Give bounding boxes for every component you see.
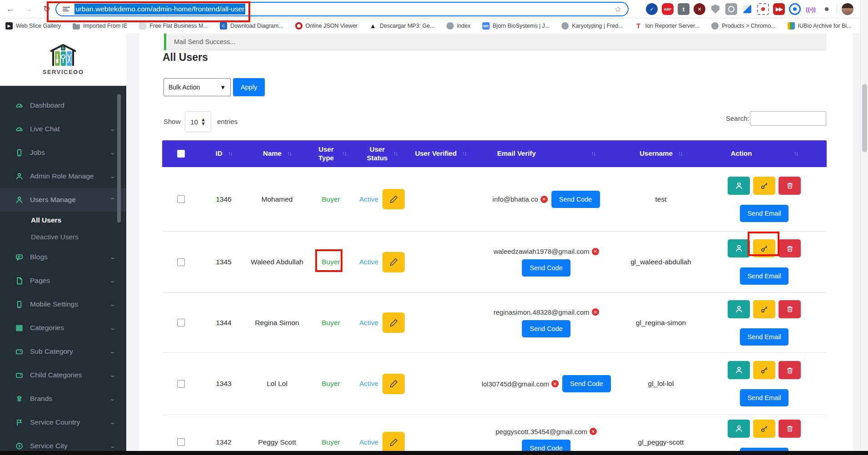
password-key-button[interactable] — [753, 361, 775, 379]
user-profile-button[interactable] — [728, 420, 750, 438]
bookmark-item[interactable]: TIon Reporter Server... — [635, 22, 700, 30]
sort-icon[interactable]: ↑↓ — [678, 150, 682, 157]
header-action[interactable]: Action↑↓ — [702, 149, 827, 158]
bookmark-item[interactable]: ▲Descargar MP3: Ge... — [369, 22, 435, 30]
row-checkbox[interactable] — [177, 319, 185, 326]
bookmark-item[interactable]: ▶Web Slice Gallery — [5, 22, 61, 30]
sidebar-item-sub-category[interactable]: Sub Category ⌄ — [0, 340, 126, 363]
entries-select[interactable]: 10 ▲▼ — [185, 111, 211, 132]
row-checkbox[interactable] — [177, 438, 185, 446]
bookmark-item[interactable]: Karyotyping | Fred... — [561, 22, 623, 30]
header-user-status[interactable]: User Status↑↓ — [355, 145, 409, 163]
shield-extension-icon[interactable] — [709, 3, 721, 15]
verified-check-extension-icon[interactable]: ✓ — [646, 3, 658, 15]
search-input[interactable] — [750, 111, 826, 126]
password-key-button[interactable] — [753, 300, 775, 318]
sort-icon[interactable]: ↑↓ — [393, 150, 397, 157]
bookmark-item[interactable]: Products > Chromo... — [711, 22, 775, 30]
send-code-button[interactable]: Send Code — [562, 375, 611, 392]
row-checkbox[interactable] — [177, 380, 185, 388]
broadcast-extension-icon[interactable]: ((•)) — [805, 3, 817, 15]
t-extension-icon[interactable]: t — [678, 3, 689, 15]
sidebar-item-brands[interactable]: Brands ⌄ — [0, 387, 126, 410]
edit-status-button[interactable] — [382, 374, 405, 394]
delete-button[interactable] — [779, 300, 801, 318]
send-code-button[interactable]: Send Code — [551, 191, 600, 208]
profile-avatar[interactable] — [841, 3, 854, 15]
sidebar-item-jobs[interactable]: Jobs ⌄ — [0, 141, 126, 164]
edit-status-button[interactable] — [382, 312, 405, 333]
sort-icon[interactable]: ↑↓ — [287, 150, 291, 157]
user-profile-button[interactable] — [728, 300, 750, 318]
bulk-action-select[interactable]: Bulk Action ▼ — [164, 78, 231, 96]
bookmark-star-icon[interactable]: ☆ — [615, 5, 621, 14]
adblock-plus-extension-icon[interactable]: ABP — [662, 3, 674, 15]
logo-area[interactable]: SERVICEOO — [0, 33, 126, 86]
header-email-verify[interactable]: Email Verify↑↓ — [472, 149, 620, 158]
screenshot-extension-icon[interactable] — [757, 3, 769, 15]
bookmark-item[interactable]: IUBio Archive for Bi... — [788, 22, 852, 30]
forward-icon[interactable]: → — [21, 1, 36, 17]
delete-button[interactable] — [779, 239, 801, 257]
user-profile-button[interactable] — [728, 177, 750, 195]
user-profile-button[interactable] — [728, 239, 750, 257]
camera-extension-icon[interactable] — [725, 3, 737, 15]
eyedropper-extension-icon[interactable] — [741, 3, 753, 15]
bookmark-item[interactable]: Online JSON Viewer — [295, 22, 357, 30]
bookmark-item[interactable]: BBBjorn BioSystems | J... — [482, 22, 550, 30]
sidebar-item-child-categories[interactable]: Child Categories ⌄ — [0, 363, 126, 387]
back-icon[interactable]: ← — [3, 1, 18, 17]
sidebar-item-blogs[interactable]: Blogs ⌄ — [0, 245, 126, 269]
send-email-button[interactable]: Send Email — [740, 389, 789, 406]
send-email-button[interactable]: Send Email — [740, 328, 789, 346]
sort-icon[interactable]: ↑↓ — [591, 150, 595, 157]
sort-icon[interactable]: ↑↓ — [462, 150, 466, 157]
send-code-button[interactable]: Send Code — [522, 259, 570, 277]
sort-icon[interactable]: ↑↓ — [342, 150, 346, 157]
password-key-button[interactable] — [753, 420, 775, 438]
extensions-puzzle-icon[interactable]: ⬣ — [821, 3, 833, 15]
header-id[interactable]: ID↑↓ — [200, 149, 248, 158]
edit-status-button[interactable] — [382, 189, 405, 209]
delete-button[interactable] — [779, 177, 801, 195]
send-email-button[interactable]: Send Email — [740, 267, 789, 285]
user-profile-button[interactable] — [728, 361, 750, 379]
sidebar-item-service-country[interactable]: Service Country ⌄ — [0, 410, 126, 434]
header-user-verified[interactable]: User Verified↑↓ — [409, 149, 472, 158]
sidebar-item-admin-role-manage[interactable]: Admin Role Manage ⌄ — [0, 164, 126, 188]
apply-button[interactable]: Apply — [233, 78, 265, 96]
scrollbar-thumb[interactable] — [862, 84, 867, 152]
header-user-type[interactable]: User Type↑↓ — [307, 145, 355, 163]
edit-status-button[interactable] — [382, 252, 405, 272]
target-extension-icon[interactable] — [789, 3, 801, 15]
sidebar-subitem-all-users[interactable]: All Users — [0, 212, 126, 228]
bookmark-item[interactable]: Imported From IE — [73, 22, 127, 30]
row-checkbox[interactable] — [177, 195, 185, 203]
sidebar-scrollbar[interactable] — [117, 94, 121, 223]
page-scrollbar[interactable] — [860, 0, 868, 455]
select-all-checkbox[interactable] — [177, 150, 185, 158]
header-name[interactable]: Name↑↓ — [248, 149, 307, 158]
bookmark-item[interactable]: CDownload Diagram... — [220, 22, 283, 30]
delete-button[interactable] — [779, 361, 801, 379]
sort-icon[interactable]: ↑↓ — [794, 150, 798, 157]
fast-forward-extension-icon[interactable]: ▶▶ — [773, 3, 785, 15]
sidebar-item-live-chat[interactable]: Live Chat ⌄ — [0, 117, 126, 141]
sidebar-subitem-deactive-users[interactable]: Deactive Users — [0, 228, 126, 245]
bookmark-item[interactable]: Free Flat Business M... — [139, 22, 208, 30]
send-email-button[interactable]: Send Email — [740, 205, 789, 222]
password-key-button[interactable] — [753, 177, 775, 195]
sidebar-item-dashboard[interactable]: Dashboard — [0, 94, 126, 117]
sidebar-item-categories[interactable]: Categories ⌄ — [0, 316, 126, 340]
send-code-button[interactable]: Send Code — [522, 320, 570, 337]
bookmark-item[interactable]: index — [446, 22, 471, 30]
sidebar-item-mobile-settings[interactable]: Mobile Settings ⌄ — [0, 292, 126, 316]
header-username[interactable]: Username↑↓ — [620, 149, 702, 158]
delete-button[interactable] — [779, 420, 801, 438]
row-checkbox[interactable] — [177, 258, 185, 266]
sidebar-item-pages[interactable]: Pages ⌄ — [0, 269, 126, 292]
x-extension-icon[interactable]: ✕ — [694, 3, 705, 15]
edit-status-button[interactable] — [382, 432, 405, 452]
sort-icon[interactable]: ↑↓ — [228, 150, 232, 157]
sidebar-item-users-manage[interactable]: Users Manage ⌃ — [0, 188, 126, 212]
